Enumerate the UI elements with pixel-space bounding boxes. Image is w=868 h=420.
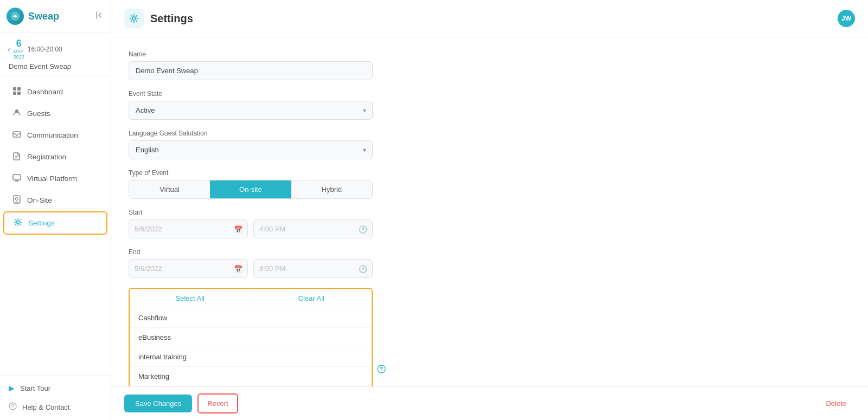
sidebar-header: Sweap <box>0 0 111 33</box>
sidebar-item-registration[interactable]: Registration <box>3 146 107 167</box>
page-header: Settings JW <box>111 0 868 37</box>
sidebar-item-virtual-platform[interactable]: Virtual Platform <box>3 168 107 189</box>
help-contact-button[interactable]: Help & Contact <box>0 397 111 417</box>
on-site-icon <box>12 195 22 205</box>
help-tooltip-icon[interactable] <box>377 365 386 376</box>
categories-list: Cashflow eBusiness internal training Mar… <box>130 308 372 386</box>
svg-rect-10 <box>13 175 21 180</box>
svg-point-14 <box>16 197 18 200</box>
sidebar-item-label: Settings <box>28 219 55 227</box>
calendar-icon: 📅 <box>234 264 242 273</box>
event-state-field-group: Event State Active Inactive Draft <box>129 90 373 120</box>
svg-point-21 <box>381 371 381 371</box>
end-date-field: 📅 <box>129 259 248 278</box>
sidebar-item-label: Virtual Platform <box>27 175 77 183</box>
svg-point-18 <box>12 408 13 408</box>
event-info: ‹ 6 MAY2022 16:00-20:00 Demo Event Sweap <box>0 33 111 76</box>
event-type-hybrid-button[interactable]: Hybrid <box>291 180 372 198</box>
event-type-onsite-button[interactable]: On-site <box>210 180 291 198</box>
start-label: Start <box>129 209 373 216</box>
main-content: Name Event State Active Inactive Draft L… <box>111 37 868 386</box>
virtual-platform-icon <box>12 173 22 184</box>
sidebar-item-on-site[interactable]: On-Site <box>3 190 107 211</box>
footer-bar: Save Changes Revert Delete <box>111 386 868 420</box>
multiselect-header: Select All Clear All <box>130 289 372 308</box>
end-datetime: 📅 🕐 <box>129 259 373 278</box>
start-field-group: Start 📅 🕐 <box>129 209 373 238</box>
event-state-select-wrapper: Active Inactive Draft <box>129 101 373 120</box>
back-button[interactable]: ‹ <box>8 45 10 54</box>
sidebar-item-dashboard[interactable]: Dashboard <box>3 81 107 102</box>
start-tour-button[interactable]: ▶ Start Tour <box>0 379 111 397</box>
main-area: Settings JW Name Event State Active Inac… <box>111 0 868 420</box>
category-item[interactable]: eBusiness <box>130 328 372 347</box>
sidebar-item-label: Registration <box>27 153 66 161</box>
name-label: Name <box>129 50 373 58</box>
calendar-icon: 📅 <box>234 225 242 233</box>
event-type-field-group: Type of Event Virtual On-site Hybrid <box>129 169 373 199</box>
revert-button[interactable]: Revert <box>197 393 238 413</box>
end-field-group: End 📅 🕐 <box>129 248 373 278</box>
sidebar-item-guests[interactable]: Guests <box>3 103 107 124</box>
event-type-toggle: Virtual On-site Hybrid <box>129 180 373 199</box>
sidebar-item-label: Guests <box>27 109 50 118</box>
categories-field-group: Select All Clear All Cashflow eBusiness … <box>129 288 373 386</box>
language-select-wrapper: English German French Spanish <box>129 140 373 159</box>
clock-icon: 🕐 <box>359 264 367 273</box>
start-time-input[interactable] <box>253 219 373 238</box>
user-avatar[interactable]: JW <box>838 10 855 27</box>
communication-icon <box>12 130 22 140</box>
delete-button[interactable]: Delete <box>817 395 855 412</box>
start-date-field: 📅 <box>129 219 248 238</box>
svg-point-16 <box>17 221 20 223</box>
event-time: 16:00-20:00 <box>28 46 62 53</box>
clear-all-button[interactable]: Clear All <box>251 289 372 308</box>
page-title: Settings <box>150 12 193 25</box>
event-state-label: Event State <box>129 90 373 98</box>
start-tour-icon: ▶ <box>9 384 15 392</box>
end-time-input[interactable] <box>253 259 373 278</box>
end-label: End <box>129 248 373 256</box>
start-datetime: 📅 🕐 <box>129 219 373 238</box>
svg-point-19 <box>132 17 136 20</box>
category-item[interactable]: Marketing <box>130 367 372 386</box>
sidebar-logo: Sweap <box>7 8 59 25</box>
sidebar-item-communication[interactable]: Communication <box>3 125 107 146</box>
help-icon <box>9 402 17 412</box>
start-time-field: 🕐 <box>253 219 373 238</box>
language-label: Language Guest Salutation <box>129 130 373 137</box>
dashboard-icon <box>12 87 22 97</box>
start-date-input[interactable] <box>129 219 248 238</box>
guests-icon <box>12 108 22 119</box>
sidebar-item-label: On-Site <box>27 196 52 204</box>
end-time-field: 🕐 <box>253 259 373 278</box>
app-name: Sweap <box>28 11 59 22</box>
page-icon <box>124 9 144 28</box>
svg-rect-3 <box>17 87 21 91</box>
sidebar-item-label: Communication <box>27 131 78 139</box>
event-state-select[interactable]: Active Inactive Draft <box>129 101 373 120</box>
sidebar: Sweap ‹ 6 MAY2022 16:00-20:00 Demo Event… <box>0 0 111 420</box>
registration-icon <box>12 152 22 162</box>
event-date-badge: 6 MAY2022 <box>14 38 24 60</box>
event-type-virtual-button[interactable]: Virtual <box>129 180 210 198</box>
categories-multiselect: Select All Clear All Cashflow eBusiness … <box>129 288 373 386</box>
event-name: Demo Event Sweap <box>8 62 103 70</box>
name-input[interactable] <box>129 61 373 80</box>
collapse-sidebar-button[interactable] <box>95 11 104 22</box>
category-item[interactable]: Cashflow <box>130 308 372 328</box>
svg-rect-7 <box>13 132 21 137</box>
name-field-group: Name <box>129 50 373 80</box>
svg-rect-2 <box>13 87 16 91</box>
main-nav: Dashboard Guests Communication <box>0 76 111 375</box>
language-field-group: Language Guest Salutation English German… <box>129 130 373 159</box>
end-date-input[interactable] <box>129 259 248 278</box>
sidebar-item-settings[interactable]: Settings <box>3 211 107 235</box>
category-item[interactable]: internal training <box>130 347 372 367</box>
select-all-button[interactable]: Select All <box>130 289 251 308</box>
language-select[interactable]: English German French Spanish <box>129 140 373 159</box>
save-changes-button[interactable]: Save Changes <box>124 395 192 412</box>
event-month-year: MAY2022 <box>14 49 24 60</box>
sidebar-item-label: Dashboard <box>27 88 63 96</box>
event-day: 6 <box>16 38 22 49</box>
